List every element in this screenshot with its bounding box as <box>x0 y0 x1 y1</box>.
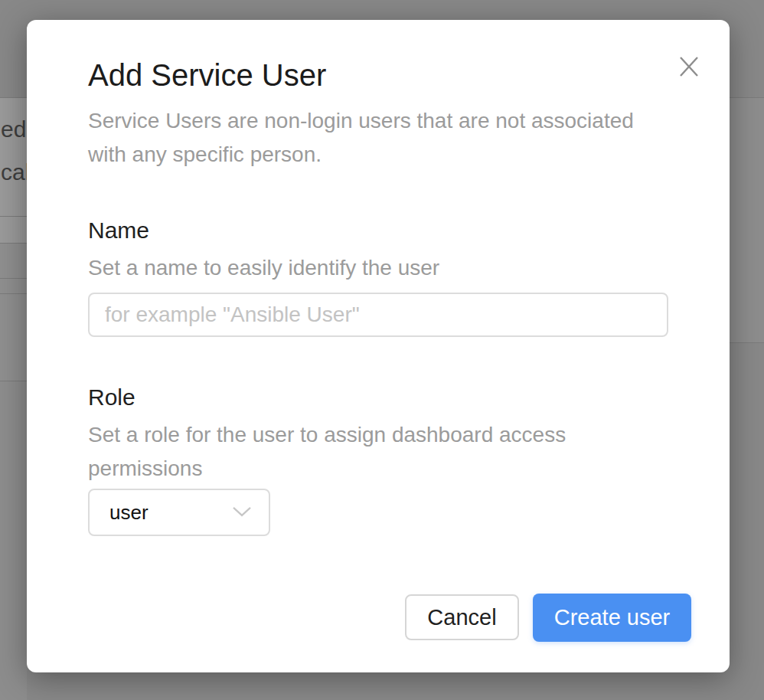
name-section-hint: Set a name to easily identify the user <box>88 251 439 285</box>
name-input[interactable] <box>88 293 668 337</box>
modal-description-line: with any specific person. <box>88 138 677 172</box>
add-service-user-modal: Add Service User Service Users are non-l… <box>27 20 730 672</box>
backdrop-divider <box>0 243 27 244</box>
backdrop-text-fragment: cal <box>1 159 30 185</box>
backdrop-divider <box>730 342 764 343</box>
backdrop-band <box>0 381 27 700</box>
cancel-button[interactable]: Cancel <box>405 594 519 640</box>
backdrop-band <box>0 244 27 381</box>
close-icon <box>679 56 699 77</box>
modal-description: Service Users are non-login users that a… <box>88 104 677 172</box>
close-button[interactable] <box>673 51 705 83</box>
chevron-down-icon <box>232 506 252 520</box>
modal-title: Add Service User <box>88 57 326 93</box>
backdrop-band <box>730 97 764 342</box>
backdrop-divider <box>0 381 27 381</box>
modal-description-line: Service Users are non-login users that a… <box>88 104 677 138</box>
backdrop-divider <box>0 216 27 217</box>
role-dropdown[interactable]: user <box>88 489 270 536</box>
backdrop-divider <box>0 278 27 279</box>
role-section-hint: Set a role for the user to assign dashbo… <box>88 418 566 486</box>
screen: ed w cal Add Service User Service Users … <box>0 0 764 700</box>
create-user-button[interactable]: Create user <box>533 594 691 642</box>
backdrop-divider <box>0 293 27 294</box>
role-section-hint-line: permissions <box>88 452 566 486</box>
role-dropdown-value: user <box>109 501 149 525</box>
name-section-label: Name <box>88 218 149 244</box>
role-section-label: Role <box>88 384 135 411</box>
role-section-hint-line: Set a role for the user to assign dashbo… <box>88 418 566 452</box>
